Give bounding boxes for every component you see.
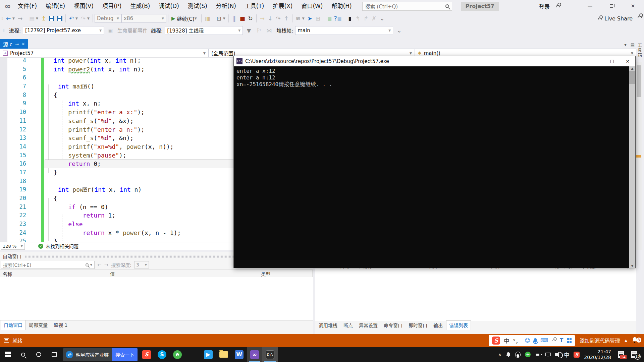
save-icon[interactable]	[48, 14, 55, 23]
taskbar-app-console[interactable]: C:\	[262, 347, 278, 362]
prev-bookmark-icon[interactable]: ↰	[354, 14, 362, 23]
menu-item-6[interactable]: 测试(S)	[183, 0, 212, 12]
menu-item-3[interactable]: 项目(P)	[98, 0, 126, 12]
task-view-button[interactable]	[46, 347, 62, 362]
taskbar-app-browser360[interactable]: e	[170, 347, 185, 362]
start-button[interactable]	[0, 347, 15, 362]
screenshot-icon-dropdown[interactable]: ▼	[223, 17, 226, 20]
bottom-tab[interactable]: 输出	[431, 321, 445, 330]
thread-combo[interactable]: [19328] 主线程▼	[165, 26, 243, 35]
ime-skin-icon[interactable]: T	[560, 338, 563, 344]
pause-icon[interactable]: ‖	[231, 14, 238, 23]
undo-icon-dropdown[interactable]: ▼	[75, 17, 79, 20]
notifications-bell[interactable]: 3	[632, 337, 639, 344]
hex-display-icon-dropdown[interactable]: ▼	[302, 17, 306, 20]
nav-back-icon-dropdown[interactable]: ▼	[12, 17, 16, 20]
quick-search-box[interactable]: 搜索 (Ctrl+Q)	[362, 2, 452, 11]
taskbar-app-visualstudio[interactable]: ∞	[247, 347, 262, 362]
tray-battery-icon[interactable]	[535, 353, 541, 356]
stop-icon[interactable]: ■	[239, 14, 246, 23]
autos-tab[interactable]: 自动窗口	[1, 320, 25, 330]
console-output[interactable]: enter a x:12enter a n:12xn=-251658240请按任…	[234, 66, 629, 268]
search-now-button[interactable]: 搜索一下	[112, 348, 138, 361]
indent-query-icon[interactable]: ?≣	[334, 14, 342, 23]
cortana-button[interactable]	[31, 347, 46, 362]
autos-column-1[interactable]: 值	[107, 270, 258, 277]
new-project-icon[interactable]: ▤	[28, 14, 36, 23]
source-control-expand-icon[interactable]: ▲	[625, 339, 627, 342]
debug-config-combo[interactable]: Debug▼	[95, 14, 121, 23]
login-button[interactable]: 登录	[539, 2, 550, 10]
continue-button[interactable]: ▶继续(C)▼	[171, 15, 198, 22]
taskbar-news-search-widget[interactable]: e 明星应援产业链 搜索一下	[63, 348, 138, 361]
vertical-tab-toolbox[interactable]: 工具箱	[636, 40, 643, 61]
menu-item-8[interactable]: 工具(T)	[240, 0, 269, 12]
flag-threads-icon[interactable]: ⚐	[255, 26, 263, 35]
restart-icon[interactable]: ↻	[247, 14, 254, 23]
emoji-icon[interactable]: ☺	[525, 337, 530, 344]
scrollbar-thumb[interactable]	[637, 65, 641, 97]
taskbar-app-wps[interactable]: W	[231, 347, 247, 362]
search-depth-combo[interactable]: 3▼	[134, 261, 149, 268]
search-back-icon[interactable]: ←	[97, 262, 102, 268]
sogou-logo-icon[interactable]: S	[492, 337, 500, 345]
keyboard-icon[interactable]: ⌨	[540, 337, 548, 344]
menu-item-9[interactable]: 扩展(X)	[269, 0, 297, 12]
autos-search-box[interactable]: 搜索(Ctrl+E) ▼	[1, 261, 95, 269]
restore-button[interactable]	[604, 1, 619, 11]
pointer-icon[interactable]: ➤	[306, 14, 314, 23]
taskbar-app-skype[interactable]: S	[154, 347, 170, 362]
autos-tab[interactable]: 局部变量	[26, 320, 50, 330]
taskbar-search-icon[interactable]	[15, 347, 31, 362]
screenshot-icon[interactable]: ⊡	[215, 14, 223, 23]
tray-sogou-icon[interactable]: S	[574, 352, 580, 358]
toolbar-overflow-icon[interactable]: ⌄	[378, 14, 386, 23]
bottom-tab[interactable]: 断点	[341, 321, 356, 330]
parallel-watch-icon[interactable]: ⊞	[314, 14, 322, 23]
add-to-source-control-button[interactable]: 添加到源代码管理	[580, 337, 620, 344]
microphone-icon[interactable]	[534, 338, 537, 343]
console-maximize-button[interactable]: ☐	[604, 56, 620, 66]
console-minimize-button[interactable]: —	[589, 56, 604, 66]
autos-grid[interactable]	[0, 277, 313, 321]
console-close-button[interactable]: ✕	[620, 56, 635, 66]
tray-expand-icon[interactable]: ∧	[498, 352, 501, 357]
new-project-icon-dropdown[interactable]: ▼	[36, 17, 39, 20]
search-forward-icon[interactable]: →	[104, 262, 109, 268]
sogou-ime-toolbar[interactable]: S 中 °， ☺ ⌨ T	[489, 335, 575, 346]
hex-display-icon[interactable]: ≋	[294, 14, 302, 23]
tray-documents-icon[interactable]: 14	[618, 351, 624, 358]
autos-column-2[interactable]: 类型	[258, 270, 313, 277]
taskbar-app-wechat[interactable]	[185, 347, 201, 362]
menu-item-1[interactable]: 编辑(E)	[41, 0, 69, 12]
breadcrumb-project[interactable]: + Project57 ▼	[0, 49, 209, 57]
undo-icon[interactable]: ↶	[68, 14, 75, 23]
taskbar-app-video[interactable]: ▶	[201, 347, 216, 362]
ime-skin-person-icon[interactable]	[552, 340, 556, 342]
bottom-tab[interactable]: 错误列表	[446, 320, 471, 330]
window-options-icon[interactable]: ▤	[631, 42, 635, 47]
live-share-button[interactable]: Live Share	[598, 12, 633, 24]
bookmark-icon[interactable]: ▮	[346, 14, 354, 23]
suspend-threads-icon[interactable]: ⋈	[265, 26, 273, 35]
bottom-tab[interactable]: 调用堆栈	[316, 321, 340, 330]
ime-punctuation-indicator[interactable]: °，	[513, 337, 521, 345]
filter-threads-icon[interactable]: ▼	[245, 26, 253, 35]
active-files-dropdown-icon[interactable]: ▾	[624, 42, 627, 47]
close-button[interactable]: ✕	[625, 1, 641, 11]
error-grid[interactable]	[315, 269, 636, 321]
step-into-icon[interactable]: ↓	[267, 14, 274, 23]
menu-item-7[interactable]: 分析(N)	[212, 0, 240, 12]
editor-vertical-scrollbar[interactable]	[636, 62, 642, 250]
background-tasks-icon[interactable]	[4, 338, 9, 343]
taskbar-app-explorer[interactable]	[216, 347, 231, 362]
tray-qq-icon[interactable]	[515, 352, 521, 358]
bottom-tab[interactable]: 异常设置	[356, 321, 380, 330]
menu-item-11[interactable]: 帮助(H)	[327, 0, 356, 12]
console-scroll-thumb[interactable]	[629, 71, 635, 84]
save-all-icon[interactable]	[56, 14, 63, 23]
menu-item-2[interactable]: 视图(V)	[69, 0, 98, 12]
account-icon[interactable]	[556, 5, 560, 7]
bottom-tab[interactable]: 命令窗口	[381, 321, 405, 330]
menu-item-5[interactable]: 调试(D)	[154, 0, 183, 12]
